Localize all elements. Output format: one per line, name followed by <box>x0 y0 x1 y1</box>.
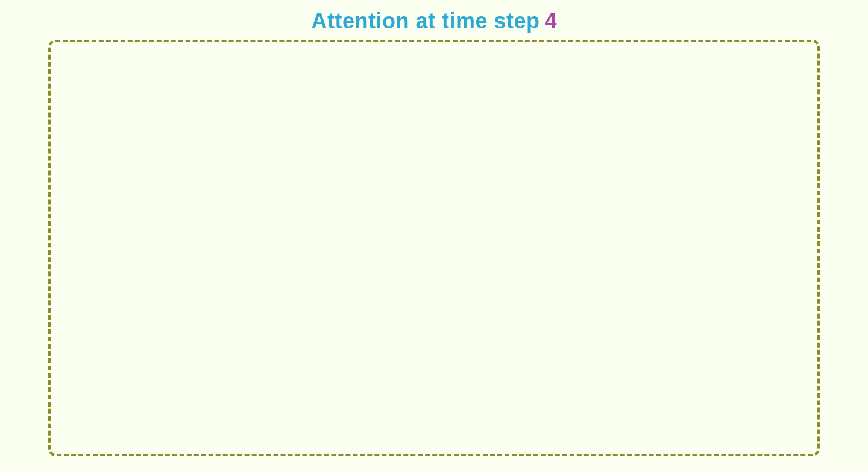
attention-visualization-box <box>48 40 820 456</box>
title-number: 4 <box>544 8 556 34</box>
title-container: Attention at time step 4 <box>311 8 556 34</box>
title-text: Attention at time step <box>311 8 539 34</box>
